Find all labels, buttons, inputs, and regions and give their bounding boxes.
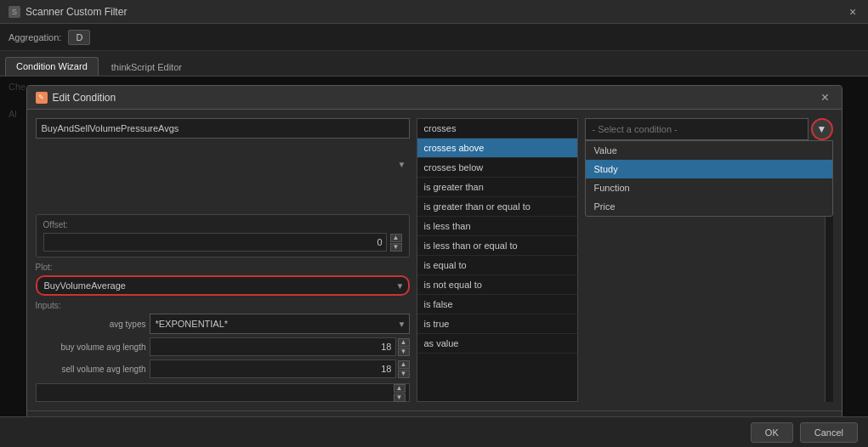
buy-volume-spin-up[interactable]: ▲ xyxy=(398,338,410,347)
study-dropdown-arrow-icon: ▼ xyxy=(398,159,406,168)
modal-overlay: ✎ Edit Condition × BuyAndSellVolumePress… xyxy=(0,76,868,447)
buy-volume-input[interactable] xyxy=(150,337,396,356)
plot-select-wrapper[interactable]: BuyVolumeAverage ▼ xyxy=(36,275,410,296)
condition-crosses-above[interactable]: crosses above xyxy=(417,139,577,158)
study-dropdown-wrapper[interactable]: BuyAndSellVolumePressureAvgs ▼ xyxy=(36,118,410,209)
main-content: Che Al ✎ Edit Condition × xyxy=(0,76,868,447)
edit-condition-modal: ✎ Edit Condition × BuyAndSellVolumePress… xyxy=(26,85,842,442)
title-close-button[interactable]: × xyxy=(846,5,859,19)
condition-is-true[interactable]: is true xyxy=(417,314,577,334)
avg-types-dropdown-wrapper[interactable]: *EXPONENTIAL* ▼ xyxy=(150,314,410,334)
condition-option-price[interactable]: Price xyxy=(586,197,832,216)
offset-spin-up[interactable]: ▲ xyxy=(390,234,402,242)
condition-is-equal-to[interactable]: is equal to xyxy=(417,256,577,275)
condition-crosses[interactable]: crosses xyxy=(417,119,577,139)
outer-cancel-button[interactable]: Cancel xyxy=(800,422,858,443)
condition-option-study[interactable]: Study xyxy=(586,160,832,178)
sell-volume-input[interactable] xyxy=(150,359,396,378)
sell-volume-spin-up[interactable]: ▲ xyxy=(398,360,410,369)
sell-volume-spin-down[interactable]: ▼ xyxy=(398,370,410,378)
app-title: Scanner Custom Filter xyxy=(26,6,127,18)
avg-types-dropdown[interactable]: *EXPONENTIAL* xyxy=(150,314,410,334)
aggregation-bar: Aggregation: D xyxy=(0,24,868,51)
conditions-list: crosses crosses above crosses below is g… xyxy=(417,118,578,402)
modal-title-bar: ✎ Edit Condition × xyxy=(27,86,842,110)
right-panel: ▼ Value Study Function Price xyxy=(585,118,833,402)
condition-select-input[interactable] xyxy=(585,118,808,140)
condition-is-greater-than[interactable]: is greater than xyxy=(417,178,577,197)
modal-close-button[interactable]: × xyxy=(818,90,833,105)
condition-is-greater-than-equal[interactable]: is greater than or equal to xyxy=(417,197,577,217)
more-inputs-spin: ▲ ▼ xyxy=(394,384,406,402)
more-inputs-row: ▲ ▼ xyxy=(36,383,410,402)
avg-types-label: avg types xyxy=(36,320,146,329)
buy-volume-spin-down[interactable]: ▼ xyxy=(398,348,410,356)
tab-condition-wizard[interactable]: Condition Wizard xyxy=(5,57,99,76)
more-inputs-spin-up[interactable]: ▲ xyxy=(394,384,406,393)
aggregation-value: D xyxy=(68,30,90,45)
condition-is-less-than[interactable]: is less than xyxy=(417,217,577,236)
condition-select-row: ▼ xyxy=(585,118,833,140)
title-bar: S Scanner Custom Filter × xyxy=(0,0,868,24)
inputs-section: Inputs: avg types *EXPONENTIAL* ▼ xyxy=(36,301,410,378)
buy-volume-spin: ▲ ▼ xyxy=(398,338,410,356)
app-icon: S xyxy=(9,6,20,18)
sell-volume-spin: ▲ ▼ xyxy=(398,360,410,378)
input-row-sell-volume: sell volume avg length ▲ ▼ xyxy=(36,359,410,378)
tab-thinkscript-editor[interactable]: thinkScript Editor xyxy=(100,58,193,76)
plot-label: Plot: xyxy=(36,263,410,272)
plot-section: Plot: BuyVolumeAverage ▼ xyxy=(36,263,410,296)
condition-is-false[interactable]: is false xyxy=(417,295,577,314)
offset-label: Offset: xyxy=(43,220,402,229)
input-row-avg-types: avg types *EXPONENTIAL* ▼ xyxy=(36,314,410,334)
condition-option-value[interactable]: Value xyxy=(586,141,832,160)
inputs-label: Inputs: xyxy=(36,301,410,310)
study-dropdown[interactable]: BuyAndSellVolumePressureAvgs xyxy=(36,118,410,139)
tab-bar: Condition Wizard thinkScript Editor xyxy=(0,51,868,76)
buy-volume-label: buy volume avg length xyxy=(36,342,146,352)
more-inputs-spin-down[interactable]: ▼ xyxy=(394,393,406,402)
condition-is-less-than-equal[interactable]: is less than or equal to xyxy=(417,236,577,256)
condition-as-value[interactable]: as value xyxy=(417,334,577,354)
condition-crosses-below[interactable]: crosses below xyxy=(417,158,577,178)
condition-is-not-equal-to[interactable]: is not equal to xyxy=(417,275,577,295)
aggregation-label: Aggregation: xyxy=(9,32,61,42)
condition-option-function[interactable]: Function xyxy=(586,178,832,197)
ok-button[interactable]: OK xyxy=(751,422,793,443)
condition-type-dropdown: Value Study Function Price xyxy=(585,140,833,217)
modal-icon: ✎ xyxy=(36,92,48,104)
modal-body: BuyAndSellVolumePressureAvgs ▼ Offset: ▲… xyxy=(27,110,842,410)
conditions-panel: crosses crosses above crosses below is g… xyxy=(417,118,578,402)
outer-bottom-bar: OK Cancel xyxy=(0,416,868,447)
offset-spin: ▲ ▼ xyxy=(390,234,402,252)
plot-select[interactable]: BuyVolumeAverage xyxy=(36,275,410,296)
offset-input[interactable] xyxy=(43,233,387,252)
modal-title: Edit Condition xyxy=(53,92,116,104)
sell-volume-label: sell volume avg length xyxy=(36,365,146,374)
input-row-buy-volume: buy volume avg length ▲ ▼ xyxy=(36,337,410,356)
offset-section: Offset: ▲ ▼ xyxy=(36,214,410,257)
offset-spin-down[interactable]: ▼ xyxy=(390,243,402,252)
condition-select-dropdown-button[interactable]: ▼ xyxy=(811,118,833,140)
left-panel: BuyAndSellVolumePressureAvgs ▼ Offset: ▲… xyxy=(36,118,410,402)
